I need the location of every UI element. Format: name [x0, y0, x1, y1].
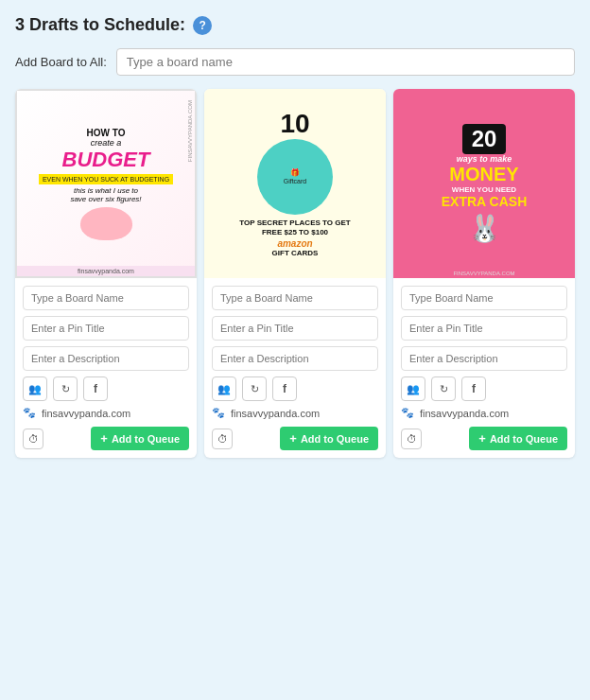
- card-1-footer-row: ⏱ Add to Queue: [23, 427, 189, 450]
- card-1-refresh-icon[interactable]: ↻: [53, 376, 78, 401]
- card-1-board-input[interactable]: [23, 286, 189, 310]
- card-1-schedule-icon[interactable]: ⏱: [23, 429, 43, 449]
- card3-extra: EXTRA CASH: [442, 194, 528, 209]
- card-2-icons-row: 👥 ↻ f: [212, 376, 378, 401]
- card-2-desc-input[interactable]: [212, 346, 378, 371]
- card-1-people-icon[interactable]: 👥: [23, 376, 47, 401]
- card2-text: TOP SECRET PLACES TO GETFREE $25 TO $100: [239, 219, 350, 238]
- add-board-label: Add Board to All:: [15, 55, 107, 69]
- card-2-image: 10 🎁Giftcard TOP SECRET PLACES TO GETFRE…: [204, 89, 386, 278]
- card-3-source-row: 🐾 finsavvypanda.com: [401, 407, 567, 419]
- card2-gift-icon: 🎁Giftcard: [284, 168, 307, 185]
- card-3-people-icon[interactable]: 👥: [401, 376, 425, 401]
- card-2: 10 🎁Giftcard TOP SECRET PLACES TO GETFRE…: [204, 89, 386, 458]
- card-3: 20 ways to make MONEY WHEN YOU NEED EXTR…: [393, 89, 575, 458]
- card-2-source-text: finsavvypanda.com: [231, 408, 320, 419]
- card1-footer: finsavvypanda.com: [17, 266, 195, 276]
- card-1-source-text: finsavvypanda.com: [42, 408, 130, 419]
- card1-line1: HOW TO: [87, 128, 126, 138]
- card3-ways: ways to make: [457, 154, 512, 164]
- card-2-source-row: 🐾 finsavvypanda.com: [212, 407, 378, 419]
- card3-footer: FINSAVVYPANDA.COM: [453, 271, 514, 276]
- card2-amazon: amazon: [277, 238, 312, 249]
- card-3-board-input[interactable]: [401, 286, 567, 310]
- card-3-refresh-icon[interactable]: ↻: [431, 376, 456, 401]
- card3-money: MONEY: [449, 164, 518, 185]
- card-1-image: HOW TO create a BUDGET EVEN WHEN YOU SUC…: [15, 89, 197, 278]
- card-3-source-icon: 🐾: [401, 407, 414, 419]
- card-3-facebook-icon[interactable]: f: [461, 376, 486, 401]
- card2-circle: 🎁Giftcard: [257, 139, 333, 215]
- card3-bunny-icon: 🐰: [468, 213, 501, 244]
- card-3-source-text: finsavvypanda.com: [420, 408, 509, 419]
- card-2-board-input[interactable]: [212, 286, 378, 310]
- card1-pig-icon: [80, 207, 132, 240]
- card1-sub: EVEN WHEN YOU SUCK AT BUDGETING: [39, 174, 173, 184]
- card-1: HOW TO create a BUDGET EVEN WHEN YOU SUC…: [15, 89, 197, 458]
- card-1-body: 👥 ↻ f 🐾 finsavvypanda.com ⏱ Add to Queue: [15, 278, 197, 458]
- card3-num: 20: [462, 124, 507, 154]
- card-3-desc-input[interactable]: [401, 346, 567, 371]
- card-2-body: 👥 ↻ f 🐾 finsavvypanda.com ⏱ Add to Queue: [204, 278, 386, 458]
- add-board-row: Add Board to All:: [15, 48, 575, 76]
- card-2-facebook-icon[interactable]: f: [272, 376, 297, 401]
- page-title: 3 Drafts to Schedule:: [15, 15, 185, 35]
- card-1-facebook-icon[interactable]: f: [83, 376, 108, 401]
- card1-watermark: FINSAVVYPANDA.COM: [187, 100, 193, 162]
- card-2-title-input[interactable]: [212, 316, 378, 341]
- card-2-schedule-icon[interactable]: ⏱: [212, 429, 233, 449]
- card-3-title-input[interactable]: [401, 316, 567, 341]
- page-header: 3 Drafts to Schedule: ?: [15, 15, 575, 35]
- card1-line2: create a: [91, 138, 122, 148]
- card-1-source-icon: 🐾: [23, 407, 36, 419]
- card-1-desc-input[interactable]: [23, 346, 189, 371]
- card-1-add-queue-button[interactable]: Add to Queue: [91, 427, 189, 450]
- card-3-footer-row: ⏱ Add to Queue: [401, 427, 567, 450]
- card-2-people-icon[interactable]: 👥: [212, 376, 236, 401]
- card-2-add-queue-button[interactable]: Add to Queue: [280, 427, 378, 450]
- card-3-schedule-icon[interactable]: ⏱: [401, 429, 422, 449]
- card1-script: this is what I use tosave over six figur…: [70, 186, 141, 203]
- card-3-add-queue-button[interactable]: Add to Queue: [469, 427, 567, 450]
- card2-giftcards: GIFT CARDS: [272, 249, 319, 258]
- card-1-icons-row: 👥 ↻ f: [23, 376, 189, 401]
- card-3-image: 20 ways to make MONEY WHEN YOU NEED EXTR…: [393, 89, 575, 278]
- card-1-title-input[interactable]: [23, 316, 189, 341]
- cards-row: HOW TO create a BUDGET EVEN WHEN YOU SUC…: [15, 89, 575, 458]
- card-2-refresh-icon[interactable]: ↻: [242, 376, 267, 401]
- card-2-footer-row: ⏱ Add to Queue: [212, 427, 378, 450]
- card-2-source-icon: 🐾: [212, 407, 225, 419]
- card2-num: 10: [280, 109, 309, 139]
- add-board-input[interactable]: [116, 48, 575, 76]
- card-3-icons-row: 👥 ↻ f: [401, 376, 567, 401]
- card3-when: WHEN YOU NEED: [452, 185, 516, 194]
- card-1-source-row: 🐾 finsavvypanda.com: [23, 407, 189, 419]
- card1-budget: BUDGET: [62, 148, 150, 172]
- help-icon[interactable]: ?: [193, 16, 212, 35]
- card-3-body: 👥 ↻ f 🐾 finsavvypanda.com ⏱ Add to Queue: [393, 278, 575, 458]
